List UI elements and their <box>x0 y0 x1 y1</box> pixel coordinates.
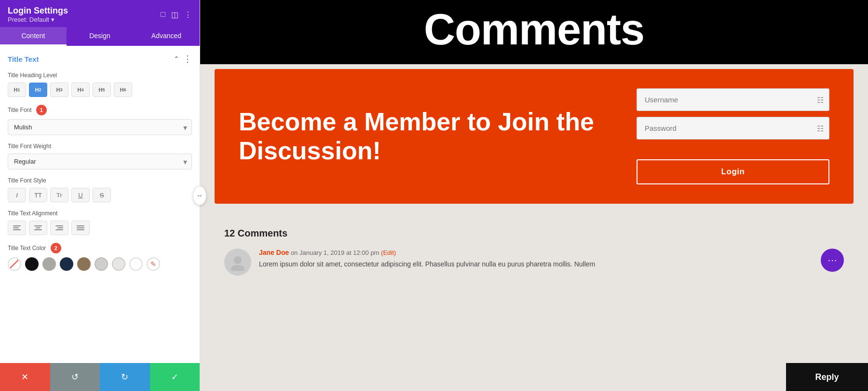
italic-btn[interactable]: I <box>8 188 26 202</box>
username-input[interactable] <box>637 88 829 111</box>
panel-body: Title Text ⌃ ⋮ Title Heading Level H1 H2… <box>0 46 200 363</box>
heading-level-label: Title Heading Level <box>8 72 192 79</box>
comment-body: Jane Doe on January 1, 2019 at 12:00 pm … <box>259 249 813 269</box>
expand-icon[interactable]: □ <box>161 10 165 19</box>
more-icon[interactable]: ⋮ <box>184 10 192 19</box>
comment-author: Jane Doe <box>259 249 289 256</box>
strikethrough-btn[interactable]: S <box>93 188 111 202</box>
avatar <box>224 249 251 276</box>
tt-btn[interactable]: TT <box>29 188 47 202</box>
heading-h5-btn[interactable]: H5 <box>93 83 111 97</box>
title-font-weight-label: Title Font Weight <box>8 143 192 150</box>
password-wrapper: ☷ <box>637 117 829 140</box>
comments-header: Comments <box>200 0 868 64</box>
section-title: Title Text <box>8 55 39 63</box>
swatch-light-gray1[interactable] <box>95 257 108 271</box>
comments-section: 12 Comments Jane Doe on January 1, 2019 … <box>219 218 849 276</box>
username-icon: ☷ <box>817 95 824 104</box>
confirm-button[interactable]: ✓ <box>150 363 200 391</box>
alignment-buttons <box>8 221 192 235</box>
panel-header: Login Settings Preset: Default ▾ □ ◫ ⋮ <box>0 0 200 27</box>
comment-item: Jane Doe on January 1, 2019 at 12:00 pm … <box>224 249 844 276</box>
tt2-btn[interactable]: Tr <box>50 188 68 202</box>
title-font-label: Title Font 1 <box>8 105 192 115</box>
title-color-field: Title Text Color 2 ✎ <box>8 243 192 271</box>
username-wrapper: ☷ <box>637 88 829 111</box>
align-left-btn[interactable] <box>8 221 26 235</box>
swatch-white[interactable] <box>129 257 143 271</box>
columns-icon[interactable]: ◫ <box>171 10 178 19</box>
swatch-light-gray2[interactable] <box>112 257 125 271</box>
heading-h4-btn[interactable]: H4 <box>71 83 90 97</box>
title-font-style-field: Title Font Style I TT Tr U S <box>8 177 192 202</box>
svg-point-1 <box>231 265 244 271</box>
heading-h6-btn[interactable]: H6 <box>114 83 132 97</box>
swatch-dark-gray[interactable] <box>42 257 56 271</box>
reply-button[interactable]: Reply <box>786 363 868 391</box>
main-content: Become a Member to Join the Discussion! … <box>200 64 868 391</box>
align-center-btn[interactable] <box>29 221 47 235</box>
cancel-button[interactable]: ✕ <box>0 363 50 391</box>
heading-h3-btn[interactable]: H3 <box>50 83 68 97</box>
panel-tabs: Content Design Advanced <box>0 27 200 46</box>
title-font-weight-field: Title Font Weight Regular <box>8 143 192 169</box>
svg-point-0 <box>234 256 242 264</box>
align-justify-btn[interactable] <box>71 221 90 235</box>
title-font-badge: 1 <box>36 105 47 115</box>
cancel-icon: ✕ <box>21 372 28 382</box>
tab-design[interactable]: Design <box>67 27 133 46</box>
title-font-field: Title Font 1 Mulish <box>8 105 192 135</box>
reset-button[interactable]: ↺ <box>50 363 100 391</box>
password-input[interactable] <box>637 117 829 140</box>
heading-level-field: Title Heading Level H1 H2 H3 H4 H5 H6 <box>8 72 192 97</box>
title-font-select-wrapper: Mulish <box>8 119 192 135</box>
section-more-icon[interactable]: ⋮ <box>183 54 192 64</box>
swatch-navy[interactable] <box>60 257 73 271</box>
comment-options-button[interactable]: ⋯ <box>821 249 844 272</box>
swatch-transparent[interactable] <box>8 257 21 271</box>
comment-meta: Jane Doe on January 1, 2019 at 12:00 pm … <box>259 249 813 256</box>
swatch-custom-color[interactable]: ✎ <box>147 257 160 271</box>
title-alignment-field: Title Text Alignment <box>8 210 192 235</box>
tab-advanced[interactable]: Advanced <box>133 27 200 46</box>
tab-content[interactable]: Content <box>0 27 67 46</box>
login-button[interactable]: Login <box>637 159 829 184</box>
panel-subtitle[interactable]: Preset: Default ▾ <box>8 16 68 23</box>
title-font-weight-wrapper: Regular <box>8 154 192 169</box>
underline-btn[interactable]: U <box>71 188 90 202</box>
title-color-label: Title Text Color 2 <box>8 243 192 253</box>
login-section: Become a Member to Join the Discussion! … <box>215 69 854 204</box>
style-buttons: I TT Tr U S <box>8 188 192 202</box>
align-right-btn[interactable] <box>50 221 68 235</box>
swatch-brown[interactable] <box>77 257 91 271</box>
heading-h2-btn[interactable]: H2 <box>29 83 47 97</box>
title-font-select[interactable]: Mulish <box>8 119 192 135</box>
title-font-weight-select[interactable]: Regular <box>8 154 192 169</box>
redo-button[interactable]: ↻ <box>100 363 150 391</box>
swatch-black[interactable] <box>25 257 39 271</box>
collapse-icon[interactable]: ⌃ <box>174 55 179 63</box>
resize-handle[interactable]: ↔ <box>193 186 206 205</box>
heading-h1-btn[interactable]: H1 <box>8 83 26 97</box>
confirm-icon: ✓ <box>171 372 178 382</box>
login-cta-text: Become a Member to Join the Discussion! <box>239 108 617 166</box>
section-header-icons: ⌃ ⋮ <box>174 54 192 64</box>
left-panel: Login Settings Preset: Default ▾ □ ◫ ⋮ C… <box>0 0 200 391</box>
panel-footer: ✕ ↺ ↻ ✓ <box>0 363 200 391</box>
reset-icon: ↺ <box>71 372 79 382</box>
comment-edit-link[interactable]: (Edit) <box>381 249 396 256</box>
login-form: ☷ ☷ Forgot your password? Login <box>637 88 829 184</box>
title-font-style-label: Title Font Style <box>8 177 192 184</box>
right-content: Comments Become a Member to Join the Dis… <box>200 0 868 391</box>
comment-date: on January 1, 2019 at 12:00 pm <box>291 249 380 256</box>
password-icon: ☷ <box>817 124 824 133</box>
panel-title: Login Settings <box>8 6 68 16</box>
section-header: Title Text ⌃ ⋮ <box>8 54 192 64</box>
page-title: Comments <box>200 5 868 55</box>
title-color-badge: 2 <box>51 243 61 253</box>
comments-count: 12 Comments <box>224 228 844 239</box>
forgot-password-link[interactable]: Forgot your password? <box>637 145 829 153</box>
color-swatches: ✎ <box>8 257 192 271</box>
panel-header-icons: □ ◫ ⋮ <box>161 10 192 19</box>
title-alignment-label: Title Text Alignment <box>8 210 192 217</box>
